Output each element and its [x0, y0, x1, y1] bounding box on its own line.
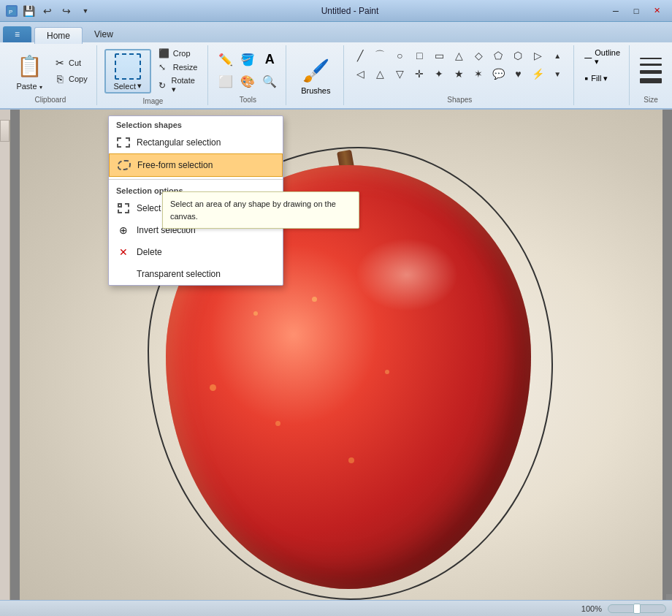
pencil-button[interactable]: ✏️: [215, 50, 236, 70]
shapes-label: Shapes: [447, 94, 472, 104]
canvas-resize-handle[interactable]: [666, 594, 672, 600]
shapes-scroll-up[interactable]: ▲: [549, 47, 566, 64]
outline-button[interactable]: ─ Outline ▾: [581, 47, 623, 68]
app-icon: P: [6, 5, 18, 17]
shape-rect[interactable]: □: [411, 47, 428, 64]
svg-text:P: P: [9, 9, 12, 15]
size-line-4: [640, 78, 662, 83]
dropdown-arrow[interactable]: ▼: [77, 3, 93, 19]
rotate-icon: ↻: [159, 80, 169, 91]
apple-spot-5: [275, 421, 280, 426]
shape-heart[interactable]: ♥: [509, 65, 527, 83]
maximize-button[interactable]: □: [627, 4, 646, 18]
shapes-scroll-down[interactable]: ▼: [549, 65, 566, 83]
tab-view[interactable]: View: [83, 26, 125, 42]
undo-quick-btn[interactable]: ↩: [39, 3, 56, 19]
paste-button[interactable]: 📋 Paste ▾: [10, 50, 48, 92]
size-line-2: [640, 64, 662, 66]
v-scroll-thumb[interactable]: [0, 120, 9, 142]
save-quick-btn[interactable]: 💾: [20, 3, 37, 19]
tools-group: ✏️ 🪣 A ⬜ 🎨 🔍 Tools: [210, 45, 286, 105]
image-controls: ⬛ Crop ⤡ Resize ↻ Rotate ▾: [154, 47, 202, 96]
rotate-button[interactable]: ↻ Rotate ▾: [154, 75, 202, 96]
rectangular-selection-item[interactable]: Rectangular selection: [109, 132, 283, 153]
size-line-3: [640, 70, 662, 74]
status-right: 100%: [581, 604, 666, 613]
close-button[interactable]: ✕: [647, 4, 666, 18]
brushes-button[interactable]: 🖌️ Brushes: [294, 51, 337, 98]
fill-button[interactable]: ▪ Fill ▾: [581, 71, 611, 85]
selectall-icon: [116, 201, 131, 216]
tools-row-2: ⬜ 🎨 🔍: [215, 72, 280, 92]
tools-grid: ✏️ 🪣 A ⬜ 🎨 🔍: [215, 50, 280, 92]
shape-down-arrow[interactable]: ▽: [391, 65, 408, 83]
ribbon: ≡ Home View 📋 Paste ▾ ✂ Cut: [0, 22, 672, 110]
magnifier-button[interactable]: 🔍: [259, 72, 280, 92]
crop-button[interactable]: ⬛ Crop: [154, 47, 202, 60]
apple-spot-4: [210, 384, 216, 391]
delete-icon: ✕: [116, 245, 131, 259]
tools-label: Tools: [240, 94, 256, 104]
copy-button[interactable]: ⎘ Copy: [51, 72, 91, 86]
size-group: Size: [631, 45, 671, 105]
shape-hexagon[interactable]: ⬡: [509, 47, 527, 64]
redo-quick-btn[interactable]: ↪: [58, 3, 75, 19]
shape-star5[interactable]: ★: [450, 65, 467, 83]
shape-diamond[interactable]: ◇: [470, 47, 487, 64]
title-bar: P 💾 ↩ ↪ ▼ Untitled - Paint ─ □ ✕: [0, 0, 672, 22]
image-label: Image: [143, 96, 164, 105]
transparent-icon: [116, 267, 131, 281]
rect-select-icon: [116, 135, 131, 150]
shape-lightning[interactable]: ⚡: [529, 65, 546, 83]
zoom-slider[interactable]: [608, 604, 666, 613]
v-scrollbar[interactable]: [0, 120, 9, 600]
shape-up-arrow[interactable]: △: [371, 65, 389, 83]
shapes-grid: ╱ ⌒ ○ □ ▭ △ ◇ ⬠ ⬡ ▷ ▲ ◁ △ ▽ ✛ ✦ ★: [351, 47, 568, 83]
brush-icon: 🖌️: [299, 54, 332, 86]
zoom-thumb[interactable]: [633, 604, 641, 614]
freeform-tooltip: Select an area of any shape by drawing o…: [162, 191, 359, 229]
shape-oval[interactable]: ○: [391, 47, 408, 64]
app-menu-btn[interactable]: ≡: [3, 26, 31, 42]
freeform-selection-item[interactable]: Free-form selection: [109, 153, 283, 177]
clipboard-label: Clipboard: [34, 94, 66, 104]
shape-callout[interactable]: 💬: [489, 65, 507, 83]
shape-star6[interactable]: ✶: [470, 65, 487, 83]
size-selector[interactable]: [637, 55, 665, 86]
select-button[interactable]: Select ▾: [104, 49, 151, 94]
outline-icon: ─: [584, 52, 592, 64]
cut-button[interactable]: ✂ Cut: [51, 56, 91, 70]
shape-rounded-rect[interactable]: ▭: [430, 47, 448, 64]
invert-icon: ⊕: [116, 223, 131, 237]
tab-home[interactable]: Home: [34, 27, 83, 44]
eraser-button[interactable]: ⬜: [215, 72, 236, 92]
resize-button[interactable]: ⤡ Resize: [154, 61, 202, 74]
shape-star4[interactable]: ✦: [430, 65, 448, 83]
quick-access-toolbar: P 💾 ↩ ↪ ▼: [6, 3, 93, 19]
shape-4way-arrow[interactable]: ✛: [411, 65, 428, 83]
shape-pentagon[interactable]: ⬠: [489, 47, 507, 64]
brushes-label: Brushes: [301, 86, 330, 95]
copy-icon: ⎘: [54, 73, 66, 85]
shape-curve[interactable]: ⌒: [371, 47, 389, 64]
delete-item[interactable]: ✕ Delete: [109, 241, 283, 263]
shape-triangle[interactable]: △: [450, 47, 467, 64]
fill-button[interactable]: 🪣: [237, 50, 258, 70]
shape-left-arrow[interactable]: ◁: [351, 65, 369, 83]
text-button[interactable]: A: [259, 50, 280, 70]
transparent-selection-item[interactable]: Transparent selection: [109, 263, 283, 285]
shape-right-arrow[interactable]: ▷: [529, 47, 546, 64]
apple-spot-7: [348, 457, 354, 463]
brushes-group: 🖌️ Brushes: [288, 45, 344, 105]
outline-fill-group: ─ Outline ▾ ▪ Fill ▾: [576, 45, 630, 105]
shape-line[interactable]: ╱: [351, 47, 369, 64]
shapes-items: ╱ ⌒ ○ □ ▭ △ ◇ ⬠ ⬡ ▷ ▲ ◁ △ ▽ ✛ ✦ ★: [351, 47, 568, 94]
apple-highlight: [356, 238, 458, 311]
colorpicker-button[interactable]: 🎨: [237, 72, 258, 92]
minimize-button[interactable]: ─: [606, 4, 625, 18]
brushes-items: 🖌️ Brushes: [294, 47, 337, 102]
menu-sep-1: [109, 179, 283, 180]
select-label: Select ▾: [113, 81, 142, 91]
ribbon-tabs: ≡ Home View: [0, 22, 672, 42]
clipboard-small-btns: ✂ Cut ⎘ Copy: [51, 56, 91, 86]
